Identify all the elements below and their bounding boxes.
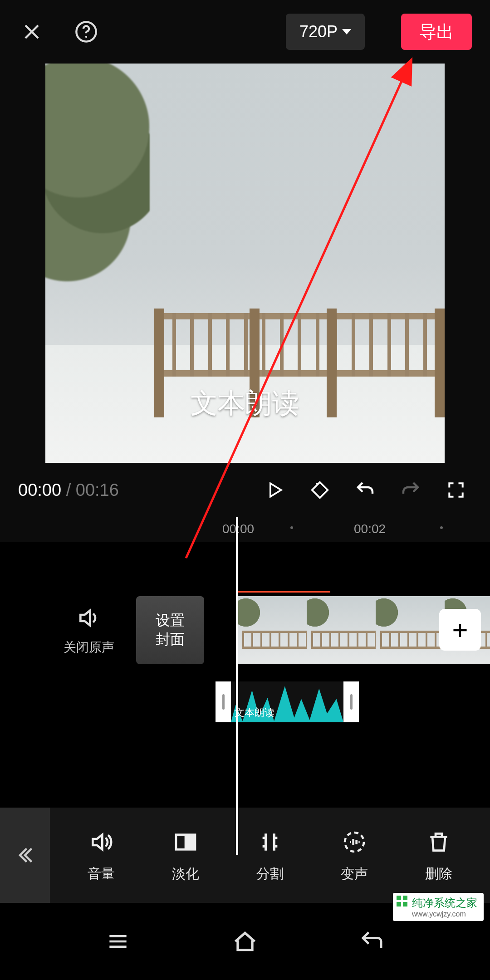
watermark-title: 纯净系统之家 [412,897,477,909]
close-icon[interactable] [18,18,45,45]
play-button[interactable] [259,474,290,506]
export-label: 导出 [419,20,454,44]
split-icon [255,828,284,857]
scene-railing [154,313,445,377]
resolution-label: 720P [299,22,338,41]
undo-button[interactable] [349,474,381,506]
audio-tool-bar: 音量 淡化 分割 [0,808,490,903]
clip-edge-indicator [238,591,330,593]
keyframe-icon[interactable] [304,474,336,506]
tool-split[interactable]: 分割 [255,828,284,883]
time-separator: / [61,480,76,500]
ruler-dot [440,526,443,529]
clip-handle-left[interactable] [216,681,231,722]
time-duration: 00:16 [76,480,119,500]
tool-back-button[interactable] [0,808,50,903]
plus-icon: + [452,614,468,646]
mute-label: 关闭原声 [64,639,114,656]
timeline-ruler[interactable]: 00:00 00:02 [0,517,490,542]
tool-fade[interactable]: 淡化 [171,828,200,883]
tool-label: 淡化 [172,865,199,883]
tool-label: 变声 [341,865,368,883]
video-thumb[interactable] [376,596,445,664]
tool-volume[interactable]: 音量 [87,828,116,883]
clip-body[interactable]: 文本朗读 [231,681,343,722]
fade-icon [171,828,200,857]
scene-tree [45,64,150,286]
video-thumb[interactable] [238,596,307,664]
nav-home-button[interactable] [227,923,263,960]
mute-original-button[interactable]: 关闭原声 [64,605,114,656]
tool-label: 删除 [425,865,452,883]
playback-bar: 00:00 / 00:16 [0,463,490,517]
cover-label: 设置 封面 [156,611,185,649]
nav-menu-button[interactable] [100,923,136,960]
volume-icon [87,828,116,857]
watermark: 纯净系统之家 www.ycwjzy.com [393,893,484,921]
help-icon[interactable] [73,18,100,45]
nav-back-button[interactable] [354,923,390,960]
set-cover-button[interactable]: 设置 封面 [136,596,204,664]
video-thumb[interactable] [307,596,376,664]
tool-voice-change[interactable]: 变声 [340,828,369,883]
audio-clip-label: 文本朗读 [235,706,274,720]
watermark-url: www.ycwjzy.com [412,910,477,918]
watermark-logo-icon [397,896,408,907]
trash-icon [424,828,453,857]
add-clip-button[interactable]: + [439,609,481,651]
redo-button[interactable] [395,474,426,506]
resolution-dropdown[interactable]: 720P [286,14,365,50]
chevron-down-icon [342,29,351,34]
voice-change-icon [340,828,369,857]
time-display: 00:00 / 00:16 [18,480,119,500]
preview-caption: 文本朗读 [45,385,445,422]
playhead[interactable] [236,517,238,855]
ruler-tick: 00:02 [354,522,386,536]
tool-delete[interactable]: 删除 [424,828,453,883]
top-bar: 720P 导出 [0,0,490,64]
fullscreen-button[interactable] [440,474,472,506]
tool-label: 音量 [88,865,115,883]
time-current: 00:00 [18,480,61,500]
clip-handle-right[interactable] [343,681,359,722]
video-preview[interactable]: 文本朗读 [45,64,445,463]
ruler-dot [290,526,293,529]
tool-label: 分割 [256,865,284,883]
svg-point-1 [85,36,87,38]
export-button[interactable]: 导出 [401,14,472,50]
ruler-tick: 00:00 [222,522,254,536]
